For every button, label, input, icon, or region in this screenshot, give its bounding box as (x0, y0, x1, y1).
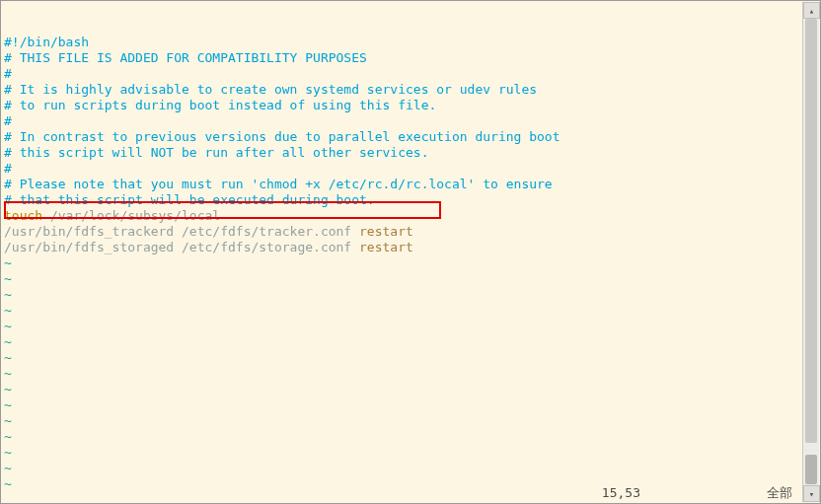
tilde-row: ~ (4, 271, 12, 286)
editor-line: ~ (4, 255, 798, 271)
editor-line: ~ (4, 350, 798, 366)
tilde-row: ~ (4, 255, 12, 270)
comment-text: # this script will NOT be run after all … (4, 145, 428, 160)
tilde-row: ~ (4, 350, 12, 365)
shell-arg: restart (359, 240, 413, 254)
editor-line: ~ (4, 271, 798, 287)
tilde-row: ~ (4, 382, 12, 396)
vertical-scrollbar[interactable]: ▴ ▾ (802, 2, 819, 502)
comment-text: # to run scripts during boot instead of … (4, 98, 436, 112)
editor-line: ~ (4, 429, 798, 445)
editor-line: ~ (4, 413, 798, 429)
shell-path: /var/lock/subsys/local (42, 208, 220, 223)
editor-line: /usr/bin/fdfs_trackerd /etc/fdfs/tracker… (4, 224, 798, 240)
tilde-row: ~ (4, 303, 12, 318)
editor-line: # this script will NOT be run after all … (4, 145, 798, 161)
editor-line: ~ (4, 366, 798, 382)
editor-line: ~ (4, 461, 798, 476)
editor-line: # It is highly advisable to create own s… (4, 82, 798, 98)
tilde-row: ~ (4, 429, 12, 444)
editor-line: ~ (4, 334, 798, 350)
editor-line: # (4, 113, 798, 129)
vim-status-bar: 15,53 全部 (4, 485, 798, 501)
editor-line: # THIS FILE IS ADDED FOR COMPATIBILITY P… (4, 50, 798, 66)
editor-line: # that this script will be executed duri… (4, 192, 798, 208)
editor-line: #!/bin/bash (4, 35, 798, 50)
shell-path: /usr/bin/fdfs_trackerd /etc/fdfs/tracker… (4, 224, 359, 239)
scroll-thumb[interactable] (805, 19, 817, 443)
scroll-up-button[interactable]: ▴ (803, 2, 820, 19)
shell-path: /usr/bin/fdfs_storaged /etc/fdfs/storage… (4, 240, 359, 254)
comment-text: #!/bin/bash (4, 35, 89, 49)
comment-text: # THIS FILE IS ADDED FOR COMPATIBILITY P… (4, 50, 367, 65)
tilde-row: ~ (4, 319, 12, 333)
comment-text: # Please note that you must run 'chmod +… (4, 177, 553, 191)
tilde-row: ~ (4, 413, 12, 428)
editor-line: /usr/bin/fdfs_storaged /etc/fdfs/storage… (4, 240, 798, 255)
editor-line: # (4, 161, 798, 177)
editor-line: # Please note that you must run 'chmod +… (4, 177, 798, 192)
tilde-row: ~ (4, 461, 12, 475)
tilde-row: ~ (4, 397, 12, 412)
editor-line: # In contrast to previous versions due t… (4, 129, 798, 145)
comment-text: # (4, 161, 12, 176)
editor-line: ~ (4, 397, 798, 413)
editor-line: ~ (4, 382, 798, 397)
editor-line: ~ (4, 303, 798, 319)
editor-line: ~ (4, 319, 798, 334)
editor-viewport[interactable]: #!/bin/bash# THIS FILE IS ADDED FOR COMP… (4, 3, 798, 501)
scroll-down-button[interactable]: ▾ (803, 485, 820, 502)
editor-line: ~ (4, 445, 798, 461)
comment-text: # In contrast to previous versions due t… (4, 129, 560, 144)
scroll-thumb-lower[interactable] (805, 455, 817, 484)
cursor-position: 15,53 (602, 485, 640, 501)
comment-text: # that this script will be executed duri… (4, 192, 375, 207)
shell-arg: restart (359, 224, 413, 239)
shell-command: touch (4, 208, 42, 223)
comment-text: # (4, 66, 12, 81)
comment-text: # (4, 113, 12, 128)
editor-line: touch /var/lock/subsys/local (4, 208, 798, 224)
tilde-row: ~ (4, 334, 12, 349)
tilde-row: ~ (4, 445, 12, 460)
tilde-row: ~ (4, 366, 12, 381)
editor-line: ~ (4, 287, 798, 303)
editor-line: # (4, 66, 798, 82)
editor-line: # to run scripts during boot instead of … (4, 98, 798, 113)
comment-text: # It is highly advisable to create own s… (4, 82, 537, 97)
tilde-row: ~ (4, 287, 12, 302)
scroll-indicator: 全部 (767, 485, 792, 501)
